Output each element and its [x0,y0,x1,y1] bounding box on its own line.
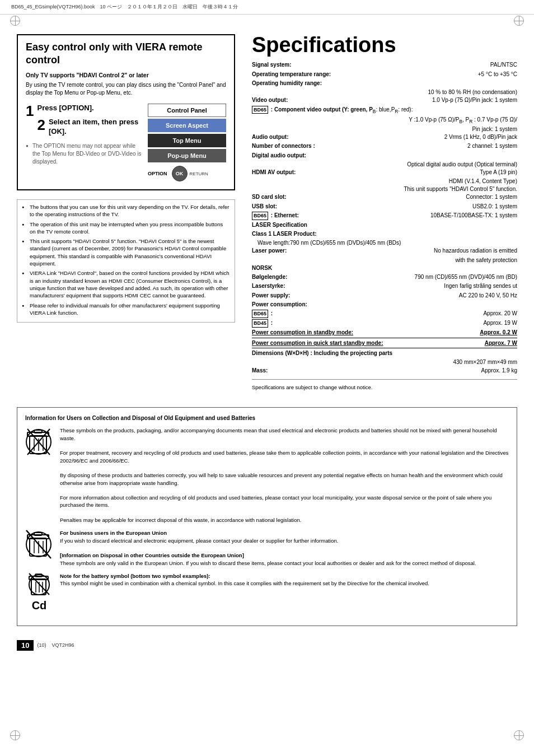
note-5: Please refer to individual manuals for o… [22,302,230,317]
control-panel-graphic: Control Panel Screen Aspect Top Menu Pop… [148,104,226,181]
spec-audio-output: Audio output: 2 Vrms (1 kHz, 0 dB)/Pin j… [252,133,517,142]
business-title: For business users in the European Union [60,530,167,536]
note-2: The operation of this unit may be interr… [22,221,230,236]
bottom-row-2: For business users in the European Union… [25,529,509,566]
spec-hdmi-note: This unit supports "HDAVI Control 5" fun… [252,185,517,193]
spec-label: Power supply: [252,292,325,300]
bd65-badge3: BD65 [252,310,268,318]
only-tv-text: By using the TV remote control, you can … [26,81,226,97]
spec-safety: with the safety protection [252,256,517,264]
spec-value: 2 Vrms (1 kHz, 0 dB)/Pin jack [325,133,517,142]
spec-label: Laser power: [252,247,325,255]
spec-label: Signal system: [252,61,325,69]
page-footer: 10 (10) VQT2H96 [0,637,534,654]
step-2-number: 2 [37,118,45,132]
page-sub: (10) [37,642,46,648]
spec-bd45-power: BD45 : Approx. 19 W [252,319,517,328]
spec-value: PAL/NTSC [325,61,517,69]
spec-label: Video output: [252,96,325,105]
cp-ok-btn: OK [172,166,188,181]
step-1-number: 1 [26,104,34,118]
bd45-badge: BD45 [252,319,268,328]
spec-signal-system: Signal system: PAL/NTSC [252,61,517,69]
business-text: If you wish to discard electrical and el… [60,538,338,544]
step-1-text: Press [OPTION]. [37,104,142,113]
step-1: 1 Press [OPTION]. [26,104,142,113]
specs-table: Signal system: PAL/NTSC Operating temper… [252,61,517,375]
option-note: The OPTION menu may not appear while the… [26,142,142,166]
cp-item-screen-aspect: Screen Aspect [148,119,226,132]
spec-dimensions-heading: Dimensions (W×D×H) : Including the proje… [252,349,517,357]
spec-value: Approx. 1.9 kg [325,367,517,375]
page-code: VQT2H96 [51,642,74,648]
steps-left: 1 Press [OPTION]. 2 Select an item, then… [26,104,142,166]
spec-video-output: Video output: 1.0 Vp-p (75 Ω)/Pin jack: … [252,96,517,105]
cp-item-popup-menu: Pop-up Menu [148,149,226,162]
header-text: BD65_45_EGsimple(VQT2H96).book 10 ページ ２０… [11,3,238,11]
battery-waste-icon [28,572,50,596]
spec-label: HDMI AV output: [252,169,325,177]
note-4: VIERA Link "HDAVI Control", based on the… [22,269,230,299]
bd65-badge: BD65 [252,106,268,114]
left-column: Easy control only with VIERA remote cont… [17,34,235,390]
spec-digital-audio-value: Optical digital audio output (Optical te… [252,161,517,169]
cp-item-top-menu: Top Menu [148,134,226,147]
spec-label: Power consumption in standby mode: [252,329,353,337]
spec-value: 2 channel: 1 system [325,142,517,151]
corner-mark-br [514,730,524,740]
spec-value: Connector: 1 system [325,193,517,202]
svg-rect-0 [30,436,46,454]
spec-component-value1: Y :1.0 Vp-p (75 Ω)/PB, PR : 0.7 Vp-p (75… [252,116,517,125]
bottom-para1: These symbols on the products, packaging… [60,427,497,441]
spec-label: BD65 : Ethernet: [252,212,325,220]
corner-mark-tr [514,16,524,26]
bottom-para4: For more information about collection an… [60,494,491,508]
bottom-main-text: These symbols on the products, packaging… [60,427,509,524]
spec-sd-card: SD card slot: Connector: 1 system [252,193,517,202]
spec-value: Approx. 19 W [325,319,517,328]
spec-connectors: Number of connectors : 2 channel: 1 syst… [252,142,517,151]
spec-bolgelengde: Bølgelengde: 790 nm (CD)/655 nm (DVD)/40… [252,273,517,282]
waste-bin-icon [25,427,52,458]
cp-item-control-panel: Control Panel [148,104,226,117]
business-icon-area [25,529,53,562]
header-bar: BD65_45_EGsimple(VQT2H96).book 10 ページ ２０… [0,0,534,15]
bottom-row-3: Cd Note for the battery symbol (bottom t… [25,572,509,613]
specs-title: Specifications [252,34,517,55]
cp-return-label: RETURN [190,171,208,176]
spec-value: Type A (19 pin) [325,169,517,177]
spec-component-value2: Pin jack: 1 system [252,125,517,133]
main-content: Easy control only with VIERA remote cont… [0,15,534,402]
note-1: The buttons that you can use for this un… [22,203,230,218]
spec-laser-power: Laser power: No hazardous radiation is e… [252,247,517,255]
notes-box: The buttons that you can use for this un… [17,199,235,323]
spec-power-consumption-heading: Power consumption: [252,301,517,309]
spec-laser-heading: LASER Specification [252,221,517,229]
spec-value: 10BASE-T/100BASE-TX: 1 system [325,212,517,220]
spec-label: Audio output: [252,133,325,142]
step-2-text: Select an item, then press [OK]. [49,118,142,137]
spec-label: Operating temperature range: [252,71,331,79]
spec-value: USB2.0: 1 system [325,203,517,211]
spec-hdmi: HDMI AV output: Type A (19 pin) [252,169,517,177]
spec-value: No hazardous radiation is emitted [325,247,517,255]
spec-power-supply: Power supply: AC 220 to 240 V, 50 Hz [252,292,517,300]
bottom-title: Information for Users on Collection and … [25,414,509,422]
note-3: This unit supports "HDAVI Control 5" fun… [22,237,230,267]
only-tv-heading: Only TV supports "HDAVI Control 2" or la… [26,72,226,78]
spec-footnote: Specifications are subject to change wit… [252,384,517,390]
spec-value: AC 220 to 240 V, 50 Hz [325,292,517,300]
spec-label: SD card slot: [252,193,325,202]
bottom-section: Information for Users on Collection and … [17,407,517,626]
svg-rect-9 [30,538,46,556]
easy-control-box: Easy control only with VIERA remote cont… [17,34,235,190]
spec-op-temp: Operating temperature range: +5 °C to +3… [252,71,517,79]
spec-label: BD45 : [252,319,325,328]
step-2: 2 Select an item, then press [OK]. [26,118,142,137]
bottom-business-text: For business users in the European Union… [60,529,509,566]
spec-value: 790 nm (CD)/655 nm (DVD)/405 nm (BD) [325,273,517,282]
bottom-para5: Penalties may be applicable for incorrec… [60,517,301,523]
spec-dimensions-value: 430 mm×207 mm×49 mm [252,358,517,367]
disposal-title: [Information on Disposal in other Countr… [60,552,244,558]
steps-panel: 1 Press [OPTION]. 2 Select an item, then… [26,104,226,181]
